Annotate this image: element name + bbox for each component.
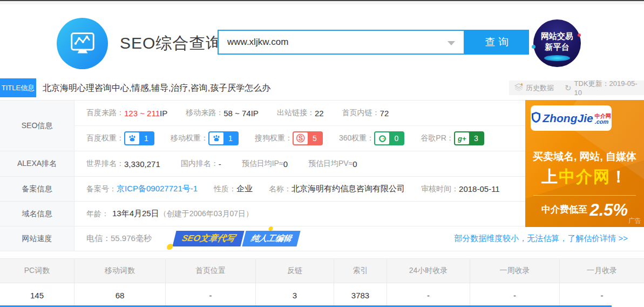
google-pr-badge[interactable]: g+ 3 — [454, 131, 484, 145]
ad-logo-cn: 中介网 — [595, 113, 611, 119]
ad-tag-label: 广告 — [628, 216, 641, 225]
title-info-bar: TITLE信息 北京海明心理咨询中心,情感,辅导,治疗,咨询,孩子厌学怎么办 历… — [0, 78, 644, 97]
valuation-detail-link[interactable]: 部分数据维度较小，无法估算，了解估价详情 >> — [454, 233, 628, 244]
tdk-update-text: TDK更新：2019-05-10 — [574, 79, 639, 97]
chevron-down-icon[interactable] — [448, 41, 455, 45]
cell-24h-inclusion: - — [387, 283, 470, 307]
estimated-daily-ip: 预估日均IP≈ 0 — [242, 159, 288, 169]
col-header-mobile-words: 移动词数 — [74, 259, 166, 283]
world-rank: 世界排名： 3,330,271 — [86, 159, 160, 169]
domain-age: 年龄： 13年4月25日 （创建于2006年03月07日） — [86, 209, 253, 219]
col-header-backlinks: 反链 — [256, 259, 334, 283]
baidu-weight-badge[interactable]: 1 — [124, 131, 154, 145]
row-label-domain: 域名信息 — [0, 202, 74, 226]
seo-query-page: SEO综合查询 查 询 网站交易 新平台 TITLE信息 北京海明心理咨询中心,… — [0, 0, 644, 307]
icp-audit-date: 审核时间： 2018-05-11 — [421, 184, 500, 194]
row-label-seo: SEO信息 — [0, 101, 74, 151]
ad-logo-com: .com — [595, 119, 611, 125]
search-input[interactable] — [219, 31, 435, 53]
yellow-dot-icon — [268, 226, 274, 231]
ad-slogan-line2: 上中介网！ — [525, 166, 644, 188]
trade-badge-line1: 网站交易 — [533, 31, 581, 42]
so360-weight-badge[interactable]: 0 — [374, 131, 404, 145]
google-plus-icon: g+ — [455, 132, 469, 144]
cell-mobile-words: 68 — [74, 283, 166, 307]
mobile-weight-badge[interactable]: 1 — [208, 131, 239, 145]
telecom-speed: 电信：55.976毫秒 — [86, 233, 152, 244]
red-dot-icon — [578, 34, 581, 37]
search-bar: 查 询 — [218, 30, 529, 55]
page-title: SEO综合查询 — [120, 32, 222, 55]
row-label-speed: 网站速度 — [0, 226, 74, 251]
col-header-24h-inclusion: 24小时收录 — [387, 259, 470, 283]
ad-fee-line: 中介费低至 2.5% — [525, 201, 644, 220]
cell-week-inclusion: - — [470, 283, 560, 307]
top-strip — [0, 1, 644, 4]
website-trade-badge[interactable]: 网站交易 新平台 — [533, 19, 581, 67]
search-box — [218, 30, 465, 55]
mobile-traffic: 移动来路： 58 ~ 74 IP — [186, 108, 259, 118]
icp-company-name: 名称： 北京海明有约信息咨询有限公司 — [269, 184, 405, 194]
tdk-update-badge: ↻ TDK更新：2019-05-10 — [559, 81, 644, 95]
outbound-links: 出站链接： 22 — [277, 108, 324, 118]
col-header-index: 索引 — [334, 259, 387, 283]
col-header-pc-words: PC词数 — [0, 259, 74, 283]
col-header-home-position: 首页位置 — [166, 259, 256, 283]
row-label-alexa: ALEXA排名 — [0, 151, 74, 176]
glow-platform-icon — [544, 55, 570, 61]
sogou-weight-badge[interactable]: Ⓢ 5 — [293, 131, 323, 145]
col-header-week-inclusion: 一周收录 — [470, 259, 560, 283]
so360-weight: 360权重： 0 — [339, 131, 404, 145]
icp-number-link[interactable]: 京ICP备09027721号-1 — [117, 184, 198, 194]
icp-nature: 性质： 企业 — [214, 184, 253, 194]
ad-slogan-line1: 买卖域名, 网站, 自媒体 — [525, 150, 644, 164]
ad-logo-text: ZhongJie — [543, 112, 593, 125]
title-info-label: TITLE信息 — [0, 78, 36, 97]
keyword-stats-table: PC词数 移动词数 首页位置 反链 索引 24小时收录 一周收录 一月收录 14… — [0, 258, 644, 307]
site-title-text: 北京海明心理咨询中心,情感,辅导,治疗,咨询,孩子厌学怎么办 — [43, 78, 270, 97]
table-row-speed: 网站速度 电信：55.976毫秒 SEO文章代写 纯人工编辑 部分数据维度较小，… — [0, 226, 644, 251]
baidu-paw-icon — [209, 132, 223, 144]
trade-badge-line2: 新平台 — [533, 42, 581, 52]
cyan-dot-icon — [532, 45, 535, 49]
seo-article-promo-banner[interactable]: SEO文章代写 纯人工编辑 — [172, 231, 300, 246]
ad-divider — [533, 195, 636, 196]
history-data-button[interactable]: 历史数据 — [509, 81, 559, 95]
baidu-weight: 百度权重： 1 — [86, 131, 154, 145]
cell-month-inclusion: - — [560, 283, 644, 307]
shield-icon — [531, 111, 541, 125]
sogou-icon: Ⓢ — [294, 132, 308, 144]
promo-right-text: 纯人工编辑 — [242, 231, 300, 246]
baidu-traffic: 百度来路： 123 ~ 211 IP — [86, 108, 167, 118]
sogou-weight: 搜狗权重： Ⓢ 5 — [255, 131, 323, 145]
estimated-daily-pv: 预估日均PV≈ 0 — [308, 159, 357, 169]
google-pr: 谷歌PR： g+ 3 — [421, 131, 484, 145]
mobile-weight: 移动权重： 1 — [171, 131, 239, 145]
cell-pc-words: 145 — [0, 283, 74, 307]
domestic-rank: 国内排名： - — [181, 159, 221, 169]
yellow-dot-icon — [166, 244, 174, 250]
monitor-chart-icon — [69, 29, 97, 59]
row-label-icp: 备案信息 — [0, 177, 74, 201]
cell-backlinks: 3 — [256, 283, 334, 307]
site-logo — [57, 18, 108, 69]
so360-icon — [375, 132, 389, 144]
layers-icon — [514, 83, 523, 93]
zhongjie-logo: ZhongJie 中介网 .com — [531, 105, 612, 131]
col-header-month-inclusion: 一月收录 — [560, 259, 644, 283]
homepage-internal-links: 首页内链： 72 — [342, 108, 389, 118]
cell-home-position: - — [166, 283, 256, 307]
icp-number: 备案号： 京ICP备09027721号-1 — [86, 184, 198, 194]
baidu-paw-icon — [125, 132, 139, 144]
query-button[interactable]: 查 询 — [465, 30, 529, 55]
promo-left-text: SEO文章代写 — [172, 231, 244, 246]
history-data-label: 历史数据 — [526, 83, 554, 93]
cell-index: 3783 — [334, 283, 387, 307]
refresh-icon: ↻ — [565, 83, 572, 93]
zhongjie-ad-banner[interactable]: ZhongJie 中介网 .com 买卖域名, 网站, 自媒体 上中介网！ 中介… — [525, 100, 644, 227]
